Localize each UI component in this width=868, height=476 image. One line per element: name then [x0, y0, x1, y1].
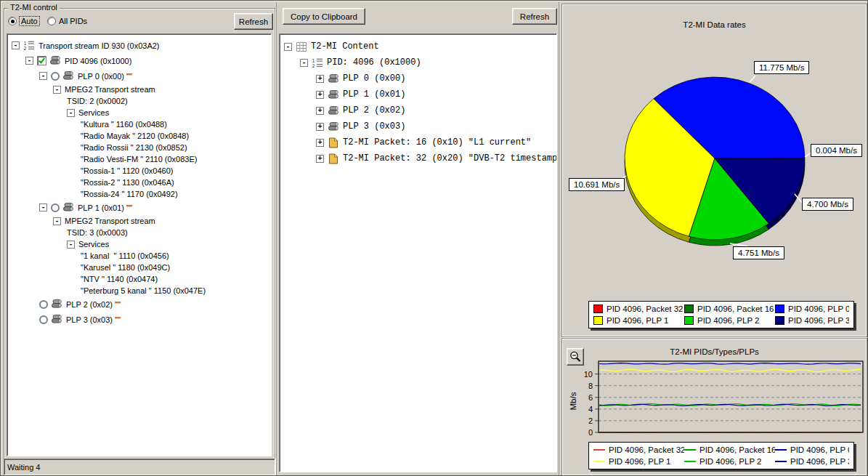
legend-swatch-icon — [775, 461, 787, 462]
tree-item[interactable]: -Services — [7, 107, 271, 118]
tree-item[interactable]: +PLP 0 (0x00) — [280, 70, 556, 86]
tree-item[interactable]: "Radio Rossii " 2130 (0x0852) — [7, 142, 271, 153]
tree-item[interactable]: "1 kanal " 1110 (0x0456) — [7, 250, 271, 262]
tree-item-label: T2-MI Packet: 32 (0x20) "DVB-T2 timestam… — [343, 153, 557, 164]
doc-icon — [328, 153, 339, 164]
tree-item[interactable]: "Radio Vesti-FM " 2110 (0x083E) — [7, 153, 271, 165]
radio-unselected[interactable] — [51, 203, 60, 212]
expand-toggle[interactable]: - — [67, 241, 75, 249]
tree-item[interactable]: -Services — [7, 238, 271, 250]
tree-item[interactable]: -MPEG2 Transport stream — [7, 84, 271, 95]
tree-item[interactable]: -PLP 1 (0x01) "" — [7, 200, 271, 215]
tree-item-label: Transport stream ID 930 (0x03A2) — [38, 41, 160, 50]
radio-auto[interactable]: Auto — [8, 17, 39, 25]
tree-item[interactable]: -12PID: 4096 (0x1000) — [280, 55, 556, 70]
status-bar: Waiting 4 — [4, 459, 275, 475]
svg-text:10: 10 — [584, 370, 593, 379]
tree-item[interactable]: "NTV " 1140 (0x0474) — [7, 273, 271, 285]
legend-label: PID 4096, Packet 32 — [607, 304, 683, 313]
copy-to-clipboard-button[interactable]: Copy to Clipboard — [283, 8, 365, 25]
legend-item: PID 4096, Packet 16 — [684, 445, 775, 454]
legend-label: PID 4096, PLP 1 — [609, 457, 670, 466]
pie-chart-title: T2-MI Data rates — [562, 20, 867, 29]
tree-item[interactable]: "Rossia-1 " 1120 (0x0460) — [7, 165, 271, 177]
tree-item-label: "Kultura " 1160 (0x0488) — [81, 120, 167, 129]
expand-toggle[interactable]: + — [316, 107, 324, 115]
tree-item-label: PLP 2 (0x02) "" — [66, 300, 121, 309]
legend-item: PID 4096, PLP 3 — [775, 316, 849, 325]
tree-item[interactable]: -12Transport stream ID 930 (0x03A2) — [7, 38, 271, 53]
refresh-button-left[interactable]: Refresh — [234, 13, 273, 30]
radio-unselected[interactable] — [39, 315, 48, 324]
radio-all-pids-label[interactable]: All PIDs — [59, 17, 87, 25]
tree-item-label: T2-MI Packet: 16 (0x10) "L1 current" — [343, 137, 531, 148]
tree-item[interactable]: TSID: 2 (0x0002) — [7, 95, 271, 107]
legend-item: PID 4096, PLP 2 — [684, 457, 775, 466]
legend-item: PID 4096, PLP 2 — [684, 316, 775, 325]
tree-item[interactable]: "Rossia-2 " 1130 (0x046A) — [7, 177, 271, 188]
drum-icon — [328, 105, 339, 116]
tree-item[interactable]: -PID 4096 (0x1000) — [7, 53, 271, 68]
expand-toggle[interactable]: + — [316, 155, 324, 163]
tree-item[interactable]: +PLP 2 (0x02) — [280, 102, 556, 118]
tree-item[interactable]: +T2-MI Packet: 16 (0x10) "L1 current" — [280, 134, 556, 150]
expand-toggle[interactable]: + — [316, 91, 324, 99]
line-legend: PID 4096, Packet 32PID 4096, Packet 16PI… — [588, 442, 854, 469]
tree-item[interactable]: +T2-MI Packet: 32 (0x20) "DVB-T2 timesta… — [280, 150, 556, 166]
tree-item-label: "Radio Vesti-FM " 2110 (0x083E) — [81, 155, 197, 164]
tree-item-label: PLP 3 (0x03) "" — [66, 315, 121, 324]
expand-toggle[interactable]: - — [284, 43, 292, 51]
radio-auto-indicator[interactable] — [8, 17, 17, 25]
t2mi-control-panel: T2-MI control Auto All PIDs Refresh -12T… — [2, 2, 275, 475]
expand-toggle[interactable]: - — [39, 72, 47, 80]
tree-item-label: "Radio Mayak " 2120 (0x0848) — [81, 132, 189, 140]
tree-item[interactable]: "Karusel " 1180 (0x049C) — [7, 262, 271, 273]
tree-item-label: PLP 1 (0x01) — [343, 89, 405, 100]
tree-item[interactable]: PLP 2 (0x02) "" — [7, 297, 271, 312]
svg-text:4: 4 — [588, 405, 593, 414]
legend-swatch-icon — [775, 316, 784, 325]
radio-all-pids[interactable]: All PIDs — [47, 17, 87, 25]
legend-swatch-icon — [684, 316, 694, 325]
expand-toggle[interactable]: - — [300, 59, 308, 67]
expand-toggle[interactable]: + — [316, 123, 324, 131]
control-tree: -12Transport stream ID 930 (0x03A2)-PID … — [7, 33, 272, 456]
radio-unselected[interactable] — [39, 300, 48, 309]
content-tree: -T2-MI Content-12PID: 4096 (0x1000)+PLP … — [279, 33, 557, 472]
tree-item[interactable]: +PLP 1 (0x01) — [280, 86, 556, 102]
tree-item-label: "Karusel " 1180 (0x049C) — [81, 263, 170, 272]
refresh-button-middle[interactable]: Refresh — [512, 8, 557, 25]
tree-item[interactable]: "Radio Mayak " 2120 (0x0848) — [7, 130, 271, 142]
expand-toggle[interactable]: - — [25, 57, 33, 65]
doc-icon — [328, 137, 339, 148]
tree-item[interactable]: TSID: 3 (0x0003) — [7, 227, 271, 238]
legend-swatch-icon — [593, 461, 605, 462]
tree-item[interactable]: "Rossia-24 " 1170 (0x0492) — [7, 188, 271, 200]
tree-item[interactable]: "Kultura " 1160 (0x0488) — [7, 118, 271, 130]
tree-item-label: "Rossia-1 " 1120 (0x0460) — [81, 166, 173, 175]
tree-item[interactable]: +PLP 3 (0x03) — [280, 118, 556, 134]
legend-swatch-icon — [593, 304, 603, 313]
tree-item-label: T2-MI Content — [311, 41, 379, 52]
expand-toggle[interactable]: + — [316, 139, 324, 147]
tree-item-label: "NTV " 1140 (0x0474) — [81, 275, 158, 283]
legend-swatch-icon — [593, 449, 605, 451]
expand-toggle[interactable]: - — [39, 203, 47, 211]
radio-auto-label[interactable]: Auto — [20, 17, 39, 25]
expand-toggle[interactable]: - — [12, 41, 20, 49]
tree-item[interactable]: PLP 3 (0x03) "" — [7, 312, 271, 327]
tree-item[interactable]: -PLP 0 (0x00) "" — [7, 68, 271, 84]
expand-toggle[interactable]: + — [316, 75, 324, 83]
expand-toggle[interactable]: - — [67, 109, 75, 117]
expand-toggle[interactable]: - — [53, 217, 61, 225]
expand-toggle[interactable]: - — [53, 86, 61, 94]
tree-item-label: PID 4096 (0x1000) — [65, 57, 131, 65]
tree-item[interactable]: -T2-MI Content — [280, 39, 556, 55]
checkbox-checked[interactable] — [37, 56, 46, 65]
radio-unselected[interactable] — [51, 72, 60, 81]
tree-item[interactable]: "Peterburg 5 kanal " 1150 (0x047E) — [7, 285, 271, 297]
tree-item[interactable]: -MPEG2 Transport stream — [7, 215, 271, 227]
legend-item: PID 4096, PLP 1 — [593, 316, 684, 325]
radio-all-pids-indicator[interactable] — [47, 17, 56, 25]
pie-chart-box: T2-MI Data rates 11.775 Mb/s 0.004 Mb/s … — [561, 4, 867, 337]
